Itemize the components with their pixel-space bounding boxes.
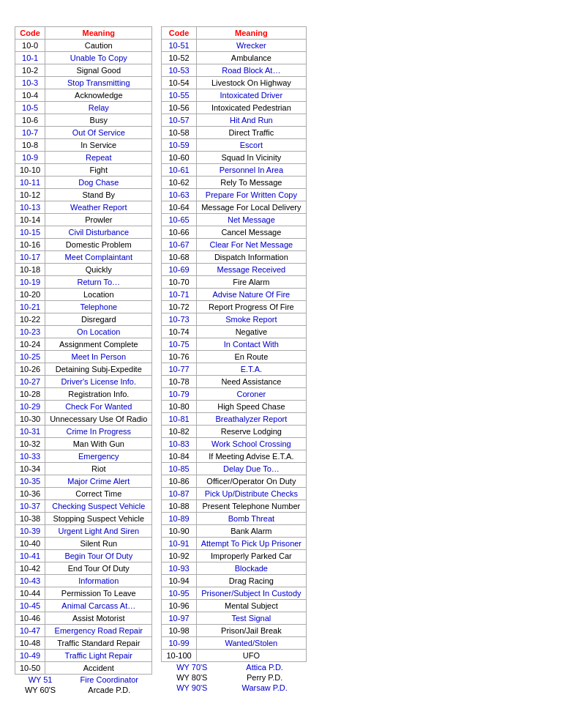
meaning-cell: Prowler bbox=[45, 214, 152, 226]
table-row: 10-27Driver's License Info. bbox=[15, 376, 152, 388]
table-row: 10-3Stop Transmitting bbox=[15, 77, 152, 89]
meaning-cell: Traffic Light Repair bbox=[45, 650, 152, 662]
meaning-cell: Emergency bbox=[45, 450, 152, 463]
table-row: 10-22Disregard bbox=[15, 313, 152, 326]
meaning-cell: Intoxicated Pedestrian bbox=[196, 102, 306, 114]
right-footer-table: WY 70'SAttica P.D.WY 80'SPerry P.D.WY 90… bbox=[161, 662, 307, 693]
code-cell: 10-14 bbox=[15, 214, 45, 226]
table-row: 10-14Prowler bbox=[15, 214, 152, 226]
table-row: 10-32Man With Gun bbox=[15, 438, 152, 450]
table-row: 10-26Detaining Subj-Expedite bbox=[15, 363, 152, 376]
meaning-cell: Repeat bbox=[45, 152, 152, 164]
code-cell: 10-32 bbox=[15, 438, 45, 450]
table-row: 10-37Checking Suspect Vehicle bbox=[15, 500, 152, 513]
meaning-cell: Mental Subject bbox=[196, 600, 306, 612]
code-cell: 10-85 bbox=[162, 463, 196, 475]
code-cell: 10-94 bbox=[162, 575, 196, 587]
meaning-cell: End Tour Of Duty bbox=[45, 562, 152, 575]
code-cell: 10-75 bbox=[162, 338, 196, 351]
code-cell: 10-29 bbox=[15, 401, 45, 413]
table-row: 10-70Fire Alarm bbox=[162, 276, 307, 289]
table-row: 10-0Caution bbox=[15, 40, 152, 52]
table-row: 10-84If Meeting Advise E.T.A. bbox=[162, 450, 307, 463]
meaning-cell: In Service bbox=[45, 139, 152, 152]
footer-meaning-cell: Arcade P.D. bbox=[66, 685, 152, 695]
meaning-cell: Meet Complaintant bbox=[45, 251, 152, 264]
meaning-cell: Attempt To Pick Up Prisoner bbox=[196, 538, 306, 550]
table-row: 10-69Message Received bbox=[162, 264, 307, 276]
table-row: 10-67Clear For Net Message bbox=[162, 239, 307, 251]
code-cell: 10-41 bbox=[15, 550, 45, 562]
code-cell: 10-98 bbox=[162, 625, 196, 637]
meaning-cell: Breathalyzer Report bbox=[196, 413, 306, 426]
table-row: 10-34Riot bbox=[15, 463, 152, 475]
meaning-cell: On Location bbox=[45, 326, 152, 338]
code-cell: 10-81 bbox=[162, 413, 196, 426]
code-cell: 10-35 bbox=[15, 475, 45, 488]
meaning-cell: Officer/Operator On Duty bbox=[196, 475, 306, 488]
code-cell: 10-95 bbox=[162, 587, 196, 600]
meaning-cell: Delay Due To… bbox=[196, 463, 306, 475]
table-row: 10-86Officer/Operator On Duty bbox=[162, 475, 307, 488]
table-row: 10-76En Route bbox=[162, 351, 307, 363]
code-cell: 10-18 bbox=[15, 264, 45, 276]
table-row: 10-12Stand By bbox=[15, 189, 152, 201]
table-row: 10-48Traffic Standard Repair bbox=[15, 637, 152, 650]
meaning-cell: Wrecker bbox=[196, 40, 306, 52]
table-row: 10-49Traffic Light Repair bbox=[15, 650, 152, 662]
table-row: 10-7Out Of Service bbox=[15, 127, 152, 139]
code-cell: 10-17 bbox=[15, 251, 45, 264]
meaning-cell: Cancel Message bbox=[196, 226, 306, 239]
meaning-cell: Dispatch Information bbox=[196, 251, 306, 264]
meaning-cell: Advise Nature Of Fire bbox=[196, 289, 306, 301]
table-row: 10-33Emergency bbox=[15, 450, 152, 463]
table-row: 10-85Delay Due To… bbox=[162, 463, 307, 475]
right-table: Code Meaning 10-51Wrecker10-52Ambulance1… bbox=[161, 26, 307, 662]
table-row: 10-5Relay bbox=[15, 102, 152, 114]
meaning-cell: Clear For Net Message bbox=[196, 239, 306, 251]
meaning-cell: Major Crime Alert bbox=[45, 475, 152, 488]
code-cell: 10-65 bbox=[162, 214, 196, 226]
code-cell: 10-52 bbox=[162, 52, 196, 64]
code-cell: 10-61 bbox=[162, 164, 196, 177]
meaning-cell: Test Signal bbox=[196, 612, 306, 625]
meaning-cell: Caution bbox=[45, 40, 152, 52]
table-row: 10-9Repeat bbox=[15, 152, 152, 164]
code-cell: 10-56 bbox=[162, 102, 196, 114]
meaning-cell: Wanted/Stolen bbox=[196, 637, 306, 650]
table-row: 10-57Hit And Run bbox=[162, 114, 307, 127]
meaning-cell: Message For Local Delivery bbox=[196, 201, 306, 214]
meaning-cell: Animal Carcass At… bbox=[45, 600, 152, 612]
meaning-cell: Begin Tour Of Duty bbox=[45, 550, 152, 562]
left-header-code: Code bbox=[15, 27, 45, 40]
code-cell: 10-4 bbox=[15, 89, 45, 102]
code-cell: 10-91 bbox=[162, 538, 196, 550]
table-row: 10-68Dispatch Information bbox=[162, 251, 307, 264]
meaning-cell: E.T.A. bbox=[196, 363, 306, 376]
code-cell: 10-2 bbox=[15, 64, 45, 77]
code-cell: 10-70 bbox=[162, 276, 196, 289]
code-cell: 10-28 bbox=[15, 388, 45, 401]
code-cell: 10-37 bbox=[15, 500, 45, 513]
code-cell: 10-26 bbox=[15, 363, 45, 376]
code-cell: 10-33 bbox=[15, 450, 45, 463]
meaning-cell: Rely To Message bbox=[196, 177, 306, 189]
code-cell: 10-54 bbox=[162, 77, 196, 89]
code-cell: 10-11 bbox=[15, 177, 45, 189]
meaning-cell: Hit And Run bbox=[196, 114, 306, 127]
code-cell: 10-87 bbox=[162, 488, 196, 500]
table-row: 10-51Wrecker bbox=[162, 40, 307, 52]
table-row: 10-10Fight bbox=[15, 164, 152, 177]
table-row: 10-43Information bbox=[15, 575, 152, 587]
footer-meaning-cell: Attica P.D. bbox=[222, 662, 307, 672]
code-cell: 10-58 bbox=[162, 127, 196, 139]
left-header-meaning: Meaning bbox=[45, 27, 152, 40]
meaning-cell: Prisoner/Subject In Custody bbox=[196, 587, 306, 600]
code-cell: 10-47 bbox=[15, 625, 45, 637]
meaning-cell: Prepare For Written Copy bbox=[196, 189, 306, 201]
meaning-cell: Intoxicated Driver bbox=[196, 89, 306, 102]
code-cell: 10-40 bbox=[15, 538, 45, 550]
footer-row: WY 90'SWarsaw P.D. bbox=[161, 683, 307, 693]
table-row: 10-36Correct Time bbox=[15, 488, 152, 500]
code-cell: 10-0 bbox=[15, 40, 45, 52]
